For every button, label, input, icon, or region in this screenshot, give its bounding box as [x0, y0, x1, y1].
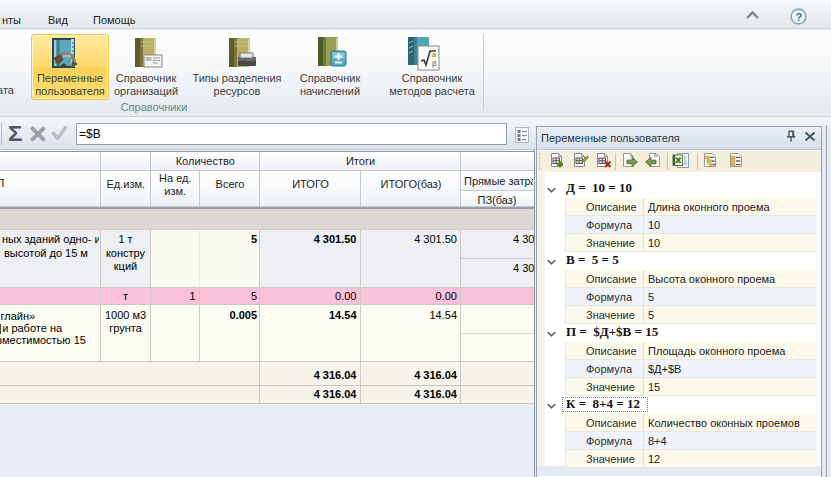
svg-text:a: a: [432, 51, 436, 58]
svg-text:β: β: [432, 59, 437, 68]
svg-text:?: ?: [795, 11, 802, 23]
